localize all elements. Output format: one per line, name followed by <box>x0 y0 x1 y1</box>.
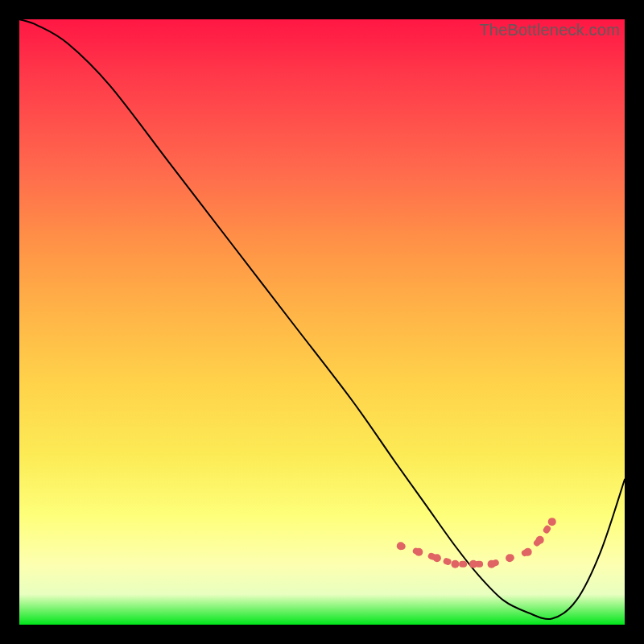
highlight-dots <box>397 518 556 568</box>
curve-path <box>19 19 625 619</box>
chart-svg <box>19 19 625 625</box>
highlight-dot <box>397 542 405 550</box>
highlight-dot <box>451 560 459 568</box>
highlight-dot <box>536 536 544 544</box>
highlight-dot <box>415 548 423 556</box>
highlight-dot <box>524 548 532 556</box>
curve-line <box>19 19 625 619</box>
highlight-dash <box>401 522 552 564</box>
chart-frame: TheBottleneck.com <box>19 19 625 625</box>
highlight-dot <box>433 554 441 562</box>
highlight-dot <box>488 560 496 568</box>
highlight-dot <box>506 554 514 562</box>
highlight-dot <box>469 560 477 568</box>
highlight-dot <box>548 518 556 526</box>
watermark-text: TheBottleneck.com <box>479 21 620 39</box>
